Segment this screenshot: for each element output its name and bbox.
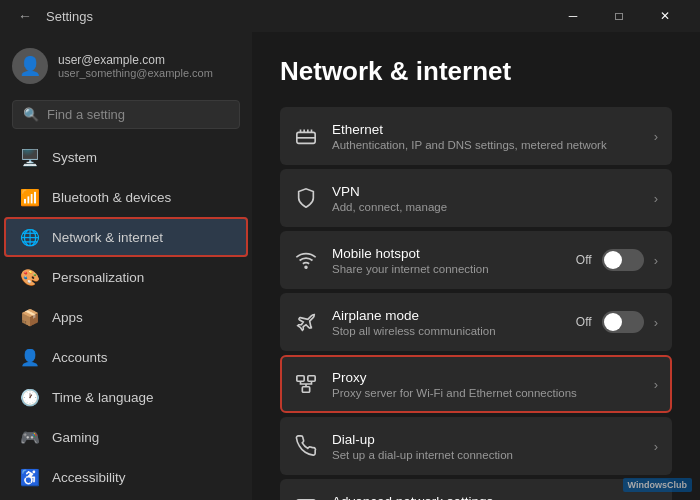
nav-personalization[interactable]: 🎨 Personalization — [4, 257, 248, 297]
ethernet-desc: Authentication, IP and DNS settings, met… — [332, 139, 640, 151]
dialup-chevron: › — [654, 439, 658, 454]
dialup-desc: Set up a dial-up internet connection — [332, 449, 640, 461]
proxy-icon — [294, 372, 318, 396]
nav-apps[interactable]: 📦 Apps — [4, 297, 248, 337]
nav-accessibility-label: Accessibility — [52, 470, 126, 485]
bluetooth-icon: 📶 — [20, 187, 40, 207]
airplane-desc: Stop all wireless communication — [332, 325, 562, 337]
nav-gaming[interactable]: 🎮 Gaming — [4, 417, 248, 457]
content-area: Network & internet Ethernet Authenticati… — [252, 32, 700, 500]
nav-time-label: Time & language — [52, 390, 154, 405]
vpn-label: VPN — [332, 184, 640, 199]
time-icon: 🕐 — [20, 387, 40, 407]
search-icon: 🔍 — [23, 107, 39, 122]
system-icon: 🖥️ — [20, 147, 40, 167]
svg-rect-4 — [302, 387, 309, 393]
nav-apps-label: Apps — [52, 310, 83, 325]
close-button[interactable]: ✕ — [642, 0, 688, 32]
svg-rect-2 — [297, 376, 304, 382]
main-layout: 👤 user@example.com user_something@exampl… — [0, 32, 700, 500]
vpn-right: › — [654, 191, 658, 206]
setting-ethernet[interactable]: Ethernet Authentication, IP and DNS sett… — [280, 107, 672, 165]
nav-gaming-label: Gaming — [52, 430, 99, 445]
nav-time[interactable]: 🕐 Time & language — [4, 377, 248, 417]
nav-accounts-label: Accounts — [52, 350, 108, 365]
airplane-text: Airplane mode Stop all wireless communic… — [332, 308, 562, 337]
title-bar: ← Settings ─ □ ✕ — [0, 0, 700, 32]
ethernet-text: Ethernet Authentication, IP and DNS sett… — [332, 122, 640, 151]
personalization-icon: 🎨 — [20, 267, 40, 287]
nav-accounts[interactable]: 👤 Accounts — [4, 337, 248, 377]
user-section[interactable]: 👤 user@example.com user_something@exampl… — [0, 32, 252, 96]
search-input[interactable] — [47, 107, 229, 122]
proxy-text: Proxy Proxy server for Wi-Fi and Etherne… — [332, 370, 640, 399]
nav-bluetooth[interactable]: 📶 Bluetooth & devices — [4, 177, 248, 217]
accounts-icon: 👤 — [20, 347, 40, 367]
title-bar-left: ← Settings — [12, 4, 93, 28]
vpn-icon — [294, 186, 318, 210]
setting-dialup[interactable]: Dial-up Set up a dial-up internet connec… — [280, 417, 672, 475]
svg-rect-3 — [308, 376, 315, 382]
gaming-icon: 🎮 — [20, 427, 40, 447]
ethernet-chevron: › — [654, 129, 658, 144]
setting-hotspot[interactable]: Mobile hotspot Share your internet conne… — [280, 231, 672, 289]
airplane-icon — [294, 310, 318, 334]
nav-network-label: Network & internet — [52, 230, 163, 245]
setting-proxy[interactable]: Proxy Proxy server for Wi-Fi and Etherne… — [280, 355, 672, 413]
airplane-status: Off — [576, 315, 592, 329]
airplane-chevron: › — [654, 315, 658, 330]
setting-advanced[interactable]: Advanced network settings View all netwo… — [280, 479, 672, 500]
user-email: user_something@example.com — [58, 67, 240, 79]
vpn-chevron: › — [654, 191, 658, 206]
window-title: Settings — [46, 9, 93, 24]
hotspot-text: Mobile hotspot Share your internet conne… — [332, 246, 562, 275]
advanced-icon — [294, 496, 318, 500]
hotspot-toggle-knob — [604, 251, 622, 269]
airplane-right[interactable]: Off › — [576, 311, 658, 333]
accessibility-icon: ♿ — [20, 467, 40, 487]
avatar: 👤 — [12, 48, 48, 84]
user-info: user@example.com user_something@example.… — [58, 53, 240, 79]
back-button[interactable]: ← — [12, 4, 38, 28]
setting-vpn[interactable]: VPN Add, connect, manage › — [280, 169, 672, 227]
dialup-right: › — [654, 439, 658, 454]
proxy-chevron: › — [654, 377, 658, 392]
airplane-toggle[interactable] — [602, 311, 644, 333]
hotspot-label: Mobile hotspot — [332, 246, 562, 261]
minimize-button[interactable]: ─ — [550, 0, 596, 32]
hotspot-desc: Share your internet connection — [332, 263, 562, 275]
hotspot-toggle[interactable] — [602, 249, 644, 271]
ethernet-right: › — [654, 129, 658, 144]
advanced-text: Advanced network settings View all netwo… — [332, 494, 640, 501]
proxy-label: Proxy — [332, 370, 640, 385]
airplane-toggle-knob — [604, 313, 622, 331]
dialup-text: Dial-up Set up a dial-up internet connec… — [332, 432, 640, 461]
hotspot-icon — [294, 248, 318, 272]
hotspot-chevron: › — [654, 253, 658, 268]
dialup-icon — [294, 434, 318, 458]
title-bar-controls: ─ □ ✕ — [550, 0, 688, 32]
dialup-label: Dial-up — [332, 432, 640, 447]
nav-system-label: System — [52, 150, 97, 165]
ethernet-icon — [294, 124, 318, 148]
nav-accessibility[interactable]: ♿ Accessibility — [4, 457, 248, 497]
vpn-desc: Add, connect, manage — [332, 201, 640, 213]
sidebar: 👤 user@example.com user_something@exampl… — [0, 32, 252, 500]
page-title: Network & internet — [280, 56, 672, 87]
nav-system[interactable]: 🖥️ System — [4, 137, 248, 177]
airplane-label: Airplane mode — [332, 308, 562, 323]
maximize-button[interactable]: □ — [596, 0, 642, 32]
svg-point-1 — [305, 266, 307, 268]
hotspot-right[interactable]: Off › — [576, 249, 658, 271]
search-box[interactable]: 🔍 — [12, 100, 240, 129]
ethernet-label: Ethernet — [332, 122, 640, 137]
nav-bluetooth-label: Bluetooth & devices — [52, 190, 171, 205]
hotspot-status: Off — [576, 253, 592, 267]
apps-icon: 📦 — [20, 307, 40, 327]
nav-network[interactable]: 🌐 Network & internet — [4, 217, 248, 257]
setting-airplane[interactable]: Airplane mode Stop all wireless communic… — [280, 293, 672, 351]
vpn-text: VPN Add, connect, manage — [332, 184, 640, 213]
proxy-right: › — [654, 377, 658, 392]
advanced-label: Advanced network settings — [332, 494, 640, 501]
proxy-desc: Proxy server for Wi-Fi and Ethernet conn… — [332, 387, 640, 399]
